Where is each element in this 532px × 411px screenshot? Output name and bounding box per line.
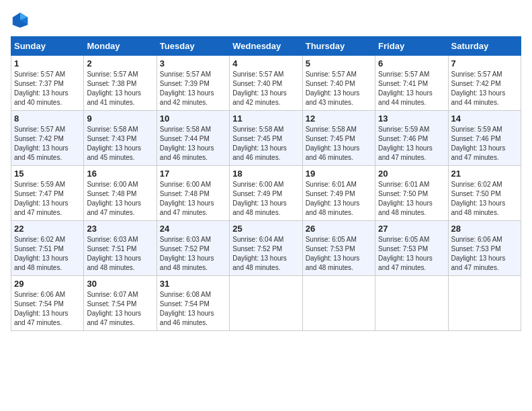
day-cell: 1 Sunrise: 5:57 AMSunset: 7:37 PMDayligh…	[11, 56, 84, 111]
day-cell: 20 Sunrise: 6:01 AMSunset: 7:50 PMDaylig…	[375, 166, 448, 221]
day-detail: Sunrise: 5:57 AMSunset: 7:42 PMDaylight:…	[451, 70, 518, 107]
day-cell	[448, 276, 521, 331]
day-detail: Sunrise: 5:58 AMSunset: 7:45 PMDaylight:…	[232, 125, 299, 163]
day-number: 1	[14, 58, 81, 68]
day-cell: 7 Sunrise: 5:57 AMSunset: 7:42 PMDayligh…	[448, 56, 521, 111]
day-cell: 18 Sunrise: 6:00 AMSunset: 7:49 PMDaylig…	[230, 166, 302, 221]
header-cell-tuesday: Tuesday	[157, 37, 229, 56]
day-detail: Sunrise: 6:06 AMSunset: 7:54 PMDaylight:…	[14, 290, 81, 328]
day-cell: 30 Sunrise: 6:07 AMSunset: 7:54 PMDaylig…	[84, 276, 157, 331]
day-cell: 8 Sunrise: 5:57 AMSunset: 7:42 PMDayligh…	[11, 111, 84, 166]
page-header	[11, 11, 521, 30]
day-detail: Sunrise: 5:57 AMSunset: 7:40 PMDaylight:…	[232, 70, 299, 107]
day-cell: 27 Sunrise: 6:05 AMSunset: 7:53 PMDaylig…	[375, 221, 448, 276]
day-number: 29	[14, 279, 81, 289]
day-number: 20	[378, 169, 445, 179]
day-cell: 29 Sunrise: 6:06 AMSunset: 7:54 PMDaylig…	[11, 276, 84, 331]
day-number: 16	[87, 169, 153, 179]
calendar-header: SundayMondayTuesdayWednesdayThursdayFrid…	[11, 37, 521, 56]
day-cell: 6 Sunrise: 5:57 AMSunset: 7:41 PMDayligh…	[375, 56, 448, 111]
day-number: 6	[378, 58, 445, 68]
day-number: 26	[306, 224, 372, 234]
day-cell: 12 Sunrise: 5:58 AMSunset: 7:45 PMDaylig…	[302, 111, 375, 166]
day-cell	[375, 276, 448, 331]
day-number: 22	[14, 224, 81, 234]
week-row-4: 22 Sunrise: 6:02 AMSunset: 7:51 PMDaylig…	[11, 221, 521, 276]
day-cell: 3 Sunrise: 5:57 AMSunset: 7:39 PMDayligh…	[157, 56, 229, 111]
day-detail: Sunrise: 6:05 AMSunset: 7:53 PMDaylight:…	[378, 235, 445, 273]
day-detail: Sunrise: 6:03 AMSunset: 7:51 PMDaylight:…	[87, 235, 153, 273]
day-number: 19	[306, 169, 372, 179]
day-detail: Sunrise: 5:58 AMSunset: 7:44 PMDaylight:…	[160, 125, 226, 163]
day-cell: 24 Sunrise: 6:03 AMSunset: 7:52 PMDaylig…	[157, 221, 229, 276]
day-detail: Sunrise: 5:57 AMSunset: 7:42 PMDaylight:…	[14, 125, 81, 163]
day-number: 30	[87, 279, 153, 289]
week-row-1: 1 Sunrise: 5:57 AMSunset: 7:37 PMDayligh…	[11, 56, 521, 111]
day-detail: Sunrise: 5:57 AMSunset: 7:37 PMDaylight:…	[14, 70, 81, 107]
day-number: 8	[14, 113, 81, 124]
day-cell: 15 Sunrise: 5:59 AMSunset: 7:47 PMDaylig…	[11, 166, 84, 221]
day-number: 14	[451, 113, 518, 124]
day-number: 13	[378, 113, 445, 124]
day-cell: 9 Sunrise: 5:58 AMSunset: 7:43 PMDayligh…	[84, 111, 157, 166]
day-number: 15	[14, 169, 81, 179]
week-row-2: 8 Sunrise: 5:57 AMSunset: 7:42 PMDayligh…	[11, 111, 521, 166]
calendar-table: SundayMondayTuesdayWednesdayThursdayFrid…	[11, 36, 521, 331]
day-detail: Sunrise: 5:57 AMSunset: 7:39 PMDaylight:…	[160, 70, 226, 107]
day-cell: 22 Sunrise: 6:02 AMSunset: 7:51 PMDaylig…	[11, 221, 84, 276]
day-cell: 26 Sunrise: 6:05 AMSunset: 7:53 PMDaylig…	[302, 221, 375, 276]
day-detail: Sunrise: 5:58 AMSunset: 7:43 PMDaylight:…	[87, 125, 153, 163]
day-detail: Sunrise: 6:01 AMSunset: 7:50 PMDaylight:…	[378, 180, 445, 218]
day-detail: Sunrise: 5:57 AMSunset: 7:40 PMDaylight:…	[306, 70, 372, 107]
logo-icon	[11, 11, 30, 30]
day-detail: Sunrise: 5:59 AMSunset: 7:46 PMDaylight:…	[378, 125, 445, 163]
day-detail: Sunrise: 6:02 AMSunset: 7:50 PMDaylight:…	[451, 180, 518, 218]
header-cell-wednesday: Wednesday	[230, 37, 302, 56]
day-cell: 10 Sunrise: 5:58 AMSunset: 7:44 PMDaylig…	[157, 111, 229, 166]
day-cell: 5 Sunrise: 5:57 AMSunset: 7:40 PMDayligh…	[302, 56, 375, 111]
day-cell: 31 Sunrise: 6:08 AMSunset: 7:54 PMDaylig…	[157, 276, 229, 331]
header-cell-monday: Monday	[84, 37, 157, 56]
day-number: 28	[451, 224, 518, 234]
day-cell: 23 Sunrise: 6:03 AMSunset: 7:51 PMDaylig…	[84, 221, 157, 276]
day-number: 7	[451, 58, 518, 68]
day-cell: 11 Sunrise: 5:58 AMSunset: 7:45 PMDaylig…	[230, 111, 302, 166]
day-cell: 2 Sunrise: 5:57 AMSunset: 7:38 PMDayligh…	[84, 56, 157, 111]
day-detail: Sunrise: 6:08 AMSunset: 7:54 PMDaylight:…	[160, 290, 226, 328]
day-number: 5	[306, 58, 372, 68]
day-number: 31	[160, 279, 226, 289]
day-number: 10	[160, 113, 226, 124]
header-row: SundayMondayTuesdayWednesdayThursdayFrid…	[11, 37, 521, 56]
day-detail: Sunrise: 6:00 AMSunset: 7:48 PMDaylight:…	[87, 180, 153, 218]
day-detail: Sunrise: 6:06 AMSunset: 7:53 PMDaylight:…	[451, 235, 518, 273]
day-detail: Sunrise: 5:59 AMSunset: 7:47 PMDaylight:…	[14, 180, 81, 218]
day-detail: Sunrise: 5:57 AMSunset: 7:38 PMDaylight:…	[87, 70, 153, 107]
day-cell: 28 Sunrise: 6:06 AMSunset: 7:53 PMDaylig…	[448, 221, 521, 276]
header-cell-saturday: Saturday	[448, 37, 521, 56]
calendar-body: 1 Sunrise: 5:57 AMSunset: 7:37 PMDayligh…	[11, 56, 521, 331]
day-number: 25	[232, 224, 299, 234]
header-cell-sunday: Sunday	[11, 37, 84, 56]
day-number: 11	[232, 113, 299, 124]
day-cell: 14 Sunrise: 5:59 AMSunset: 7:46 PMDaylig…	[448, 111, 521, 166]
day-number: 23	[87, 224, 153, 234]
day-number: 4	[232, 58, 299, 68]
day-detail: Sunrise: 5:58 AMSunset: 7:45 PMDaylight:…	[306, 125, 372, 163]
day-cell: 21 Sunrise: 6:02 AMSunset: 7:50 PMDaylig…	[448, 166, 521, 221]
logo	[11, 11, 32, 30]
day-cell: 25 Sunrise: 6:04 AMSunset: 7:52 PMDaylig…	[230, 221, 302, 276]
day-detail: Sunrise: 6:01 AMSunset: 7:49 PMDaylight:…	[306, 180, 372, 218]
day-number: 2	[87, 58, 153, 68]
day-detail: Sunrise: 6:07 AMSunset: 7:54 PMDaylight:…	[87, 290, 153, 328]
day-detail: Sunrise: 6:00 AMSunset: 7:49 PMDaylight:…	[232, 180, 299, 218]
day-detail: Sunrise: 5:57 AMSunset: 7:41 PMDaylight:…	[378, 70, 445, 107]
day-cell	[230, 276, 302, 331]
header-cell-thursday: Thursday	[302, 37, 375, 56]
day-number: 24	[160, 224, 226, 234]
day-number: 21	[451, 169, 518, 179]
header-cell-friday: Friday	[375, 37, 448, 56]
day-cell: 13 Sunrise: 5:59 AMSunset: 7:46 PMDaylig…	[375, 111, 448, 166]
day-number: 3	[160, 58, 226, 68]
day-detail: Sunrise: 6:05 AMSunset: 7:53 PMDaylight:…	[306, 235, 372, 273]
day-detail: Sunrise: 6:04 AMSunset: 7:52 PMDaylight:…	[232, 235, 299, 273]
